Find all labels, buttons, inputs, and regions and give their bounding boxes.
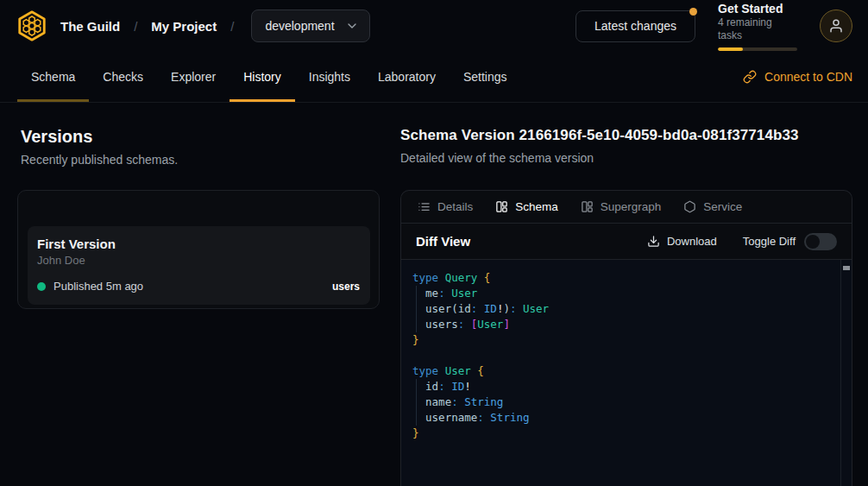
code-line: type User { [412,363,829,379]
tab-schema-label: Schema [515,200,558,213]
version-meta-row: Published 5m ago users [37,280,360,293]
header-actions: Latest changes Get Started 4 remaining t… [576,2,852,51]
target-selector[interactable]: development [251,9,369,42]
schema-version-title: Schema Version 2166196f-5e10-4059-bd0a-0… [400,127,852,144]
notification-dot [689,8,697,16]
user-avatar-button[interactable] [820,9,852,42]
tab-service-label: Service [703,200,742,213]
tab-service[interactable]: Service [683,200,742,213]
versions-subtitle: Recently published schemas. [17,153,380,167]
code-vertical-scrollbar[interactable] [840,260,852,486]
nav-tab-schema[interactable]: Schema [17,52,89,102]
connect-to-cdn-button[interactable]: Connect to CDN [743,52,852,102]
nav-tab-checks[interactable]: Checks [89,52,157,102]
download-label: Download [667,235,717,248]
code-line: username: String [412,410,829,426]
target-selector-value: development [265,19,334,33]
nav-tab-insights[interactable]: Insights [295,52,364,102]
code-content: type Query { me: User user(id: ID!): Use… [412,270,829,441]
tab-schema[interactable]: Schema [495,200,558,213]
target-navigation: Schema Checks Explorer History Insights … [0,52,868,103]
main-content: Versions Recently published schemas. Fir… [0,103,868,486]
panels-icon [581,200,594,213]
code-line: } [412,426,829,441]
code-line: type Query { [412,270,829,286]
hive-hexagon-logo-icon [16,9,48,42]
tab-supergraph[interactable]: Supergraph [581,200,662,213]
breadcrumb: The Guild / My Project / development [16,9,370,42]
chevron-down-icon [345,19,359,33]
diff-view-toolbar: Diff View Download Toggle Diff [401,224,852,260]
detail-tabs: Details Schema Supergraph [401,191,852,224]
latest-changes-label: Latest changes [594,19,676,33]
nav-tab-laboratory[interactable]: Laboratory [364,52,450,102]
code-line [412,348,829,363]
versions-list: First Version John Doe Published 5m ago … [17,190,380,309]
latest-changes-button[interactable]: Latest changes [576,10,695,42]
download-button[interactable]: Download [647,235,717,248]
service-badge: users [332,281,360,293]
version-list-item[interactable]: First Version John Doe Published 5m ago … [28,226,370,305]
tab-details-label: Details [437,200,473,213]
code-line: name: String [412,394,829,410]
breadcrumb-org[interactable]: The Guild [60,19,120,34]
breadcrumb-separator: / [229,19,236,34]
diff-view-actions: Download Toggle Diff [647,233,837,250]
toggle-diff-label: Toggle Diff [743,235,796,248]
nav-tab-settings[interactable]: Settings [450,52,521,102]
code-line: } [412,332,829,348]
guild-logo[interactable] [16,9,48,42]
download-icon [647,235,660,248]
list-icon [418,200,431,213]
version-name: First Version [37,237,360,251]
published-status-dot [37,282,46,291]
toggle-diff-control: Toggle Diff [743,233,837,250]
nav-tab-explorer[interactable]: Explorer [157,52,230,102]
schema-code-viewer: type Query { me: User user(id: ID!): Use… [401,260,852,486]
user-icon [828,18,844,34]
get-started-title: Get Started [718,2,797,16]
version-author: John Doe [37,254,360,267]
versions-panel: Versions Recently published schemas. Fir… [17,127,380,486]
get-started-progress-bar [718,47,797,51]
diff-view-title: Diff View [416,234,470,249]
tab-details[interactable]: Details [418,200,473,213]
toggle-diff-switch[interactable] [804,233,837,250]
panels-icon [495,200,508,213]
link-icon [743,70,757,84]
tab-supergraph-label: Supergraph [601,200,662,213]
breadcrumb-project[interactable]: My Project [151,19,217,34]
code-line: id: ID! [412,379,829,394]
nav-tab-history[interactable]: History [230,52,295,102]
version-published-time: Published 5m ago [53,280,143,293]
scrollbar-thumb[interactable] [843,266,850,270]
code-line: user(id: ID!): User [412,301,829,317]
toggle-diff-knob [806,235,820,249]
app-header: The Guild / My Project / development Lat… [0,0,868,52]
get-started-widget[interactable]: Get Started 4 remaining tasks [718,2,797,51]
schema-version-subtitle: Detailed view of the schema version [400,151,852,165]
code-line: me: User [412,286,829,301]
nav-tabs: Schema Checks Explorer History Insights … [17,52,521,102]
box-icon [683,200,696,213]
breadcrumb-separator: / [132,19,139,34]
schema-version-card: Details Schema Supergraph [400,190,852,486]
versions-title: Versions [17,127,380,147]
schema-version-detail: Schema Version 2166196f-5e10-4059-bd0a-0… [400,127,852,486]
get-started-progress-fill [718,47,743,51]
get-started-remaining-tasks: 4 remaining tasks [718,16,797,42]
code-line: users: [User] [412,317,829,332]
connect-to-cdn-label: Connect to CDN [764,70,852,84]
